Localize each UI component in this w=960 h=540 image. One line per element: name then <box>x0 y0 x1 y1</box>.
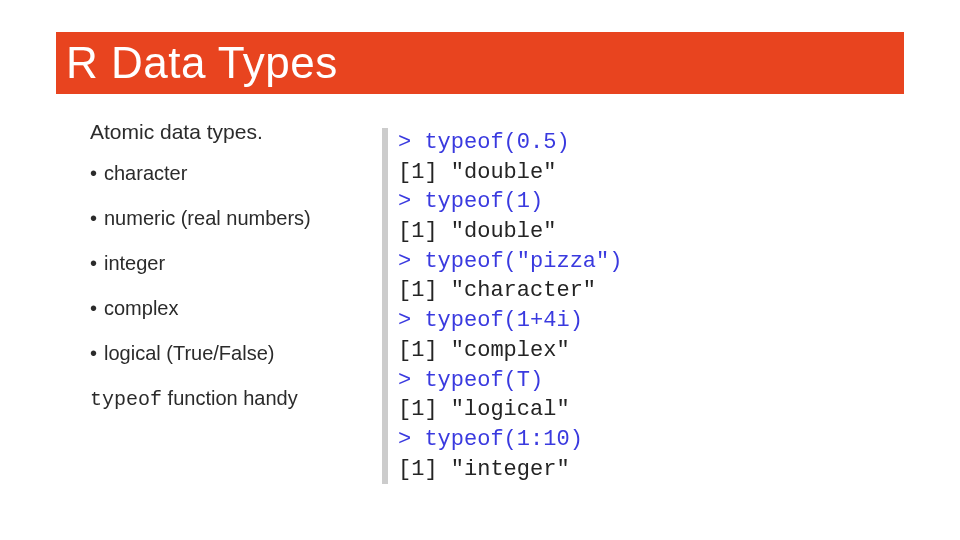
console-input: typeof(1:10) <box>424 427 582 452</box>
list-item: numeric (real numbers) <box>90 207 360 230</box>
prompt-icon: > <box>398 130 424 155</box>
subtitle: Atomic data types. <box>90 120 360 144</box>
console-line: [1] "complex" <box>398 336 622 366</box>
list-item: complex <box>90 297 360 320</box>
console-line: > typeof(1) <box>398 187 622 217</box>
console-line: [1] "logical" <box>398 395 622 425</box>
title-bar: R Data Types <box>56 32 904 94</box>
console-input: typeof("pizza") <box>424 249 622 274</box>
prompt-icon: > <box>398 308 424 333</box>
left-column: Atomic data types. character numeric (re… <box>90 120 360 411</box>
console-line: [1] "integer" <box>398 455 622 485</box>
console-output: > typeof(0.5) [1] "double" > typeof(1) [… <box>382 128 622 484</box>
slide-title: R Data Types <box>66 38 338 88</box>
list-item: logical (True/False) <box>90 342 360 365</box>
console-line: [1] "character" <box>398 276 622 306</box>
console-line: [1] "double" <box>398 158 622 188</box>
console-line: > typeof(0.5) <box>398 128 622 158</box>
console-input: typeof(0.5) <box>424 130 569 155</box>
console-input: typeof(T) <box>424 368 543 393</box>
prompt-icon: > <box>398 427 424 452</box>
console-line: > typeof(1+4i) <box>398 306 622 336</box>
footnote-code: typeof <box>90 388 162 411</box>
console-line: > typeof("pizza") <box>398 247 622 277</box>
footnote: typeof function handy <box>90 387 360 411</box>
slide: R Data Types Atomic data types. characte… <box>0 0 960 540</box>
prompt-icon: > <box>398 368 424 393</box>
console-line: [1] "double" <box>398 217 622 247</box>
console-input: typeof(1) <box>424 189 543 214</box>
console-line: > typeof(T) <box>398 366 622 396</box>
list-item: integer <box>90 252 360 275</box>
bullet-list: character numeric (real numbers) integer… <box>90 162 360 365</box>
footnote-text: function handy <box>162 387 298 409</box>
list-item: character <box>90 162 360 185</box>
prompt-icon: > <box>398 189 424 214</box>
console-input: typeof(1+4i) <box>424 308 582 333</box>
console-line: > typeof(1:10) <box>398 425 622 455</box>
prompt-icon: > <box>398 249 424 274</box>
